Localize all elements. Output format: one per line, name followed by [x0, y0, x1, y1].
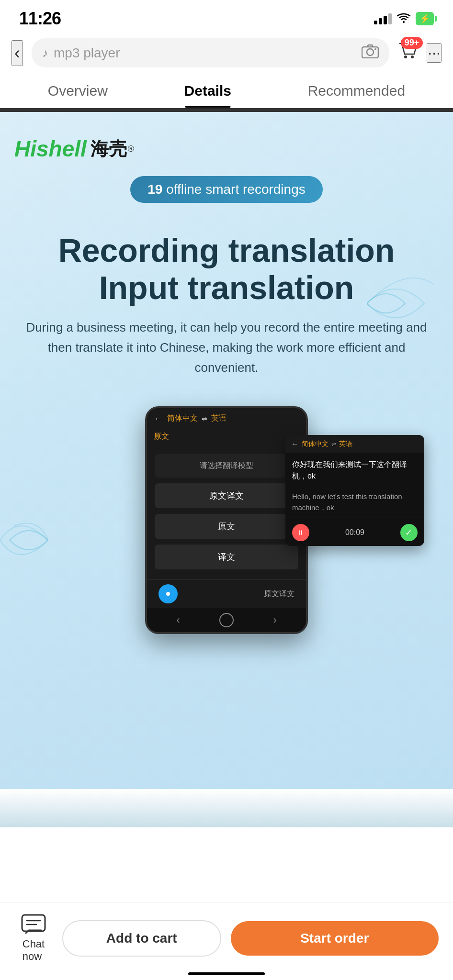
chat-now-button[interactable]: Chat now [14, 914, 53, 963]
popup-lang-from: 简体中文 [302, 440, 328, 448]
device-nav: ‹ › [147, 608, 306, 632]
status-time: 11:26 [19, 9, 61, 29]
device-menu-item-1: 原文译文 [155, 483, 298, 508]
pill-badge: 19 offline smart recordings [130, 176, 322, 203]
chat-now-label: Chat now [23, 938, 45, 963]
svg-point-5 [411, 56, 414, 58]
device-menu-area: 请选择翻译模型 原文译文 原文 译文 [147, 445, 306, 579]
device-home-button [219, 613, 234, 627]
bottom-bar: Chat now Add to cart Start order [0, 902, 453, 980]
svg-point-0 [403, 21, 405, 23]
device-nav-back: ‹ [176, 614, 180, 626]
popup-lang-to: 英语 [339, 440, 352, 448]
tab-recommended[interactable]: Recommended [294, 72, 419, 108]
music-icon: ♪ [42, 46, 48, 60]
status-bar: 11:26 ⚡ [0, 0, 453, 33]
product-image-section: Hishell 海壳 ® 19 offline smart recordings… [0, 112, 453, 789]
back-button[interactable]: ‹ [11, 40, 23, 66]
device-lang-to: 英语 [211, 413, 226, 423]
device-lang-from: 简体中文 [167, 413, 198, 423]
popup-arrow-icon: ⇌ [331, 441, 336, 447]
device-nav-forward: › [273, 614, 276, 626]
device-yuanwen-label: 原文 [147, 429, 306, 445]
device-record-button [159, 584, 178, 603]
floating-popup: ← 简体中文 ⇌ 英语 你好现在我们来测试一下这个翻译机，ok Hello, n… [285, 435, 424, 546]
device-area: ← 简体中文 ⇌ 英语 原文 请选择翻译模型 原文译文 原文 译文 [14, 397, 439, 760]
popup-pause-button: ⏸ [292, 524, 309, 541]
device-menu-title: 请选择翻译模型 [155, 454, 298, 478]
search-bar-container: ‹ ♪ mp3 player 99+ ··· [0, 33, 453, 72]
battery-icon: ⚡ [416, 12, 434, 25]
status-icons: ⚡ [374, 12, 434, 25]
popup-timer: 00:09 [345, 528, 364, 537]
svg-point-3 [374, 48, 376, 50]
add-to-cart-button[interactable]: Add to cart [62, 920, 221, 957]
svg-rect-8 [22, 915, 45, 931]
svg-point-4 [404, 56, 407, 58]
popup-content: 你好现在我们来测试一下这个翻译机，ok Hello, now let's tes… [285, 453, 424, 519]
svg-point-2 [367, 49, 374, 56]
sound-waves-left [0, 492, 96, 588]
brand-name-green: Hishell [14, 136, 87, 162]
popup-back-icon: ← [291, 440, 299, 448]
device-screen: ← 简体中文 ⇌ 英语 原文 请选择翻译模型 原文译文 原文 译文 [147, 408, 306, 632]
device-rec-label: 原文译文 [264, 589, 294, 599]
camera-button[interactable] [362, 44, 379, 62]
tabs: Overview Details Recommended [0, 72, 453, 108]
search-input[interactable]: mp3 player [54, 45, 356, 61]
device-menu-item-3: 译文 [155, 545, 298, 569]
popup-bottom-bar: ⏸ 00:09 ✓ [285, 519, 424, 546]
device-back-icon: ← [154, 413, 163, 424]
signal-icon [374, 13, 392, 24]
bottom-gradient [0, 789, 453, 827]
device-lang-arrow-icon: ⇌ [202, 415, 207, 423]
tab-overview[interactable]: Overview [34, 72, 122, 108]
device-top-bar: ← 简体中文 ⇌ 英语 [147, 408, 306, 429]
svg-point-7 [166, 592, 170, 596]
wifi-icon [396, 13, 411, 24]
popup-chinese-text: 你好现在我们来测试一下这个翻译机，ok [292, 459, 418, 482]
more-button[interactable]: ··· [427, 43, 442, 63]
start-order-button[interactable]: Start order [231, 921, 439, 956]
popup-english-text: Hello, now let's test this translation m… [292, 491, 418, 513]
popup-top-bar: ← 简体中文 ⇌ 英语 [285, 435, 424, 453]
section-divider [0, 108, 453, 112]
brand-name-black: 海壳 [91, 137, 127, 161]
chat-icon [21, 914, 46, 935]
home-indicator [188, 972, 265, 975]
tab-details[interactable]: Details [170, 72, 246, 108]
popup-done-button: ✓ [400, 524, 418, 541]
cart-button[interactable]: 99+ [398, 42, 418, 64]
main-device: ← 简体中文 ⇌ 英语 原文 请选择翻译模型 原文译文 原文 译文 [145, 406, 308, 634]
cart-badge: 99+ [401, 37, 423, 49]
device-bottom-bar: 原文译文 [147, 579, 306, 608]
brand-logo: Hishell 海壳 ® [14, 136, 439, 162]
search-bar[interactable]: ♪ mp3 player [32, 38, 389, 67]
device-menu-item-2: 原文 [155, 514, 298, 539]
sound-waves-right [367, 256, 443, 351]
brand-registered: ® [128, 144, 134, 154]
